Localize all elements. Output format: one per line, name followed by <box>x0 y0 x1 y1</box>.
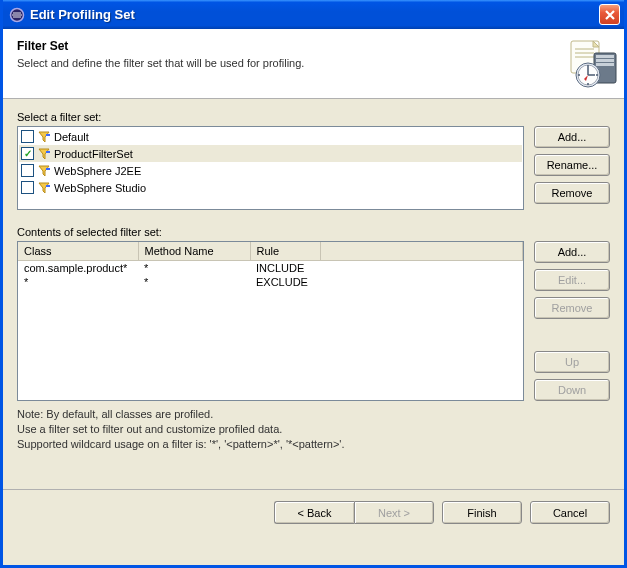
filter-contents-table[interactable]: Class Method Name Rule com.sample.produc… <box>17 241 524 401</box>
next-button[interactable]: Next > <box>354 501 434 524</box>
cell-method: * <box>138 275 250 289</box>
table-row[interactable]: **EXCLUDE <box>18 275 523 289</box>
table-row <box>18 317 523 331</box>
svg-rect-7 <box>596 59 614 62</box>
close-button[interactable] <box>599 4 620 25</box>
filterset-label: ProductFilterSet <box>54 148 133 160</box>
table-row[interactable]: com.sample.product**INCLUDE <box>18 260 523 275</box>
table-row <box>18 373 523 387</box>
filter-icon <box>37 181 51 195</box>
note-text: Note: By default, all classes are profil… <box>17 407 610 452</box>
filter-icon <box>37 164 51 178</box>
filter-set-list[interactable]: Default✓ProductFilterSetWebSphere J2EEWe… <box>17 126 524 210</box>
filterset-item[interactable]: Default <box>19 128 522 145</box>
svg-marker-12 <box>39 132 49 142</box>
col-method[interactable]: Method Name <box>138 242 250 260</box>
table-row <box>18 303 523 317</box>
filter-icon <box>37 130 51 144</box>
window-title: Edit Profiling Set <box>30 7 599 22</box>
remove-filter-button[interactable]: Remove <box>534 297 610 319</box>
col-rule[interactable]: Rule <box>250 242 320 260</box>
checkbox[interactable]: ✓ <box>21 147 34 160</box>
filterset-label: WebSphere Studio <box>54 182 146 194</box>
table-row <box>18 359 523 373</box>
table-row <box>18 387 523 401</box>
filter-icon <box>37 147 51 161</box>
svg-rect-6 <box>596 55 614 58</box>
filterset-label: Default <box>54 131 89 143</box>
rename-filterset-button[interactable]: Rename... <box>534 154 610 176</box>
move-down-button[interactable]: Down <box>534 379 610 401</box>
svg-marker-15 <box>39 183 49 193</box>
table-row <box>18 331 523 345</box>
add-filter-button[interactable]: Add... <box>534 241 610 263</box>
note-line3: Supported wildcard usage on a filter is:… <box>17 437 610 452</box>
header-title: Filter Set <box>17 39 560 53</box>
cell-class: * <box>18 275 138 289</box>
cancel-button[interactable]: Cancel <box>530 501 610 524</box>
finish-button[interactable]: Finish <box>442 501 522 524</box>
cell-method: * <box>138 260 250 275</box>
titlebar: Edit Profiling Set <box>3 0 624 29</box>
cell-class: com.sample.product* <box>18 260 138 275</box>
contents-label: Contents of selected filter set: <box>17 226 610 238</box>
filterset-item[interactable]: ✓ProductFilterSet <box>19 145 522 162</box>
filterset-item[interactable]: WebSphere Studio <box>19 179 522 196</box>
cell-rule: INCLUDE <box>250 260 320 275</box>
filterset-label: WebSphere J2EE <box>54 165 141 177</box>
filterset-item[interactable]: WebSphere J2EE <box>19 162 522 179</box>
header-desc: Select and define the filter set that wi… <box>17 57 560 69</box>
move-up-button[interactable]: Up <box>534 351 610 373</box>
remove-filterset-button[interactable]: Remove <box>534 182 610 204</box>
svg-rect-8 <box>596 63 614 66</box>
col-class[interactable]: Class <box>18 242 138 260</box>
edit-filter-button[interactable]: Edit... <box>534 269 610 291</box>
col-spacer <box>320 242 523 260</box>
checkbox[interactable] <box>21 130 34 143</box>
cell-rule: EXCLUDE <box>250 275 320 289</box>
table-row <box>18 345 523 359</box>
wizard-footer: < Back Next > Finish Cancel <box>3 489 624 535</box>
svg-marker-13 <box>39 149 49 159</box>
eclipse-icon <box>9 7 25 23</box>
content-area: Select a filter set: Default✓ProductFilt… <box>3 99 624 489</box>
wizard-header: Filter Set Select and define the filter … <box>3 29 624 99</box>
header-icon <box>566 39 614 87</box>
back-button[interactable]: < Back <box>274 501 354 524</box>
table-row <box>18 289 523 303</box>
add-filterset-button[interactable]: Add... <box>534 126 610 148</box>
select-filter-label: Select a filter set: <box>17 111 610 123</box>
checkbox[interactable] <box>21 164 34 177</box>
svg-marker-14 <box>39 166 49 176</box>
note-line2: Use a filter set to filter out and custo… <box>17 422 610 437</box>
checkbox[interactable] <box>21 181 34 194</box>
note-line1: Note: By default, all classes are profil… <box>17 407 610 422</box>
